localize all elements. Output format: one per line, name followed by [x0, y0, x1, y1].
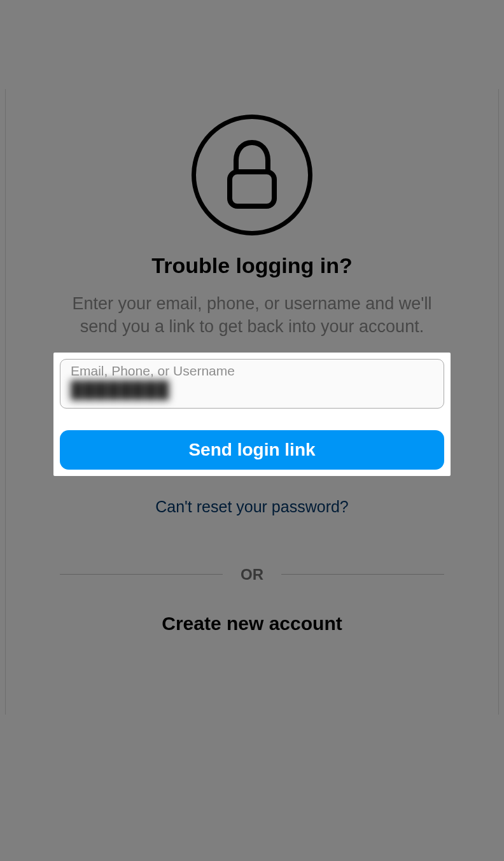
page-subtitle: Enter your email, phone, or username and… [6, 292, 498, 339]
form-highlight: Email, Phone, or Username ████████ Send … [53, 353, 451, 476]
lock-icon [223, 140, 281, 210]
create-new-account-link[interactable]: Create new account [6, 613, 498, 634]
identifier-input-value: ████████ [71, 380, 433, 400]
lock-illustration [6, 115, 498, 235]
page-title: Trouble logging in? [6, 253, 498, 278]
lock-circle [192, 115, 312, 235]
divider-line [60, 574, 223, 575]
or-text: OR [223, 566, 281, 584]
identifier-input[interactable]: Email, Phone, or Username ████████ [60, 359, 444, 409]
identifier-input-label: Email, Phone, or Username [71, 363, 433, 379]
login-help-panel: Trouble logging in? Enter your email, ph… [5, 89, 499, 715]
svg-rect-0 [230, 172, 274, 206]
send-login-link-button[interactable]: Send login link [60, 430, 444, 470]
or-divider: OR [60, 566, 444, 584]
cant-reset-password-link[interactable]: Can't reset your password? [6, 498, 498, 516]
divider-line [281, 574, 444, 575]
